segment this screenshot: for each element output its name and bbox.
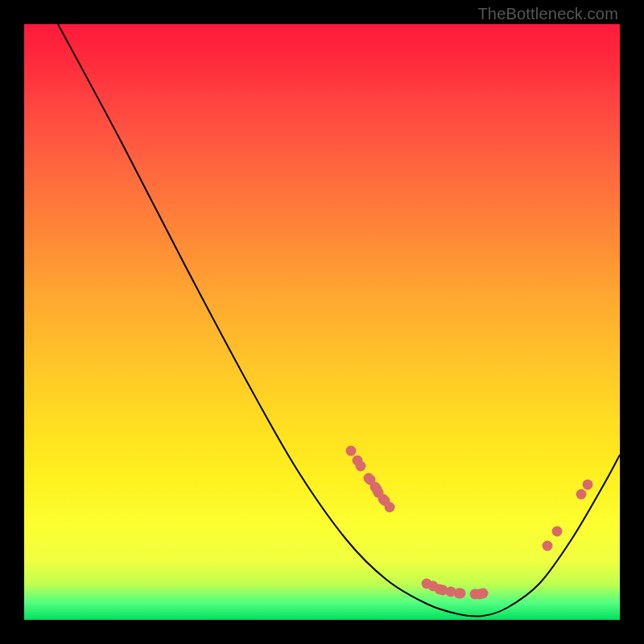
- data-point: [583, 480, 593, 490]
- data-point: [576, 489, 587, 500]
- data-point: [385, 502, 395, 513]
- data-point: [543, 541, 553, 551]
- chart-frame: TheBottleneck.com: [0, 0, 644, 644]
- curve-layer: [24, 24, 620, 620]
- bottleneck-curve: [58, 24, 620, 617]
- plot-area: [24, 24, 620, 620]
- data-point: [456, 588, 466, 599]
- data-point: [346, 446, 357, 456]
- data-point: [356, 461, 366, 472]
- data-point: [552, 526, 563, 537]
- watermark-text: TheBottleneck.com: [477, 5, 618, 23]
- data-point: [478, 588, 489, 599]
